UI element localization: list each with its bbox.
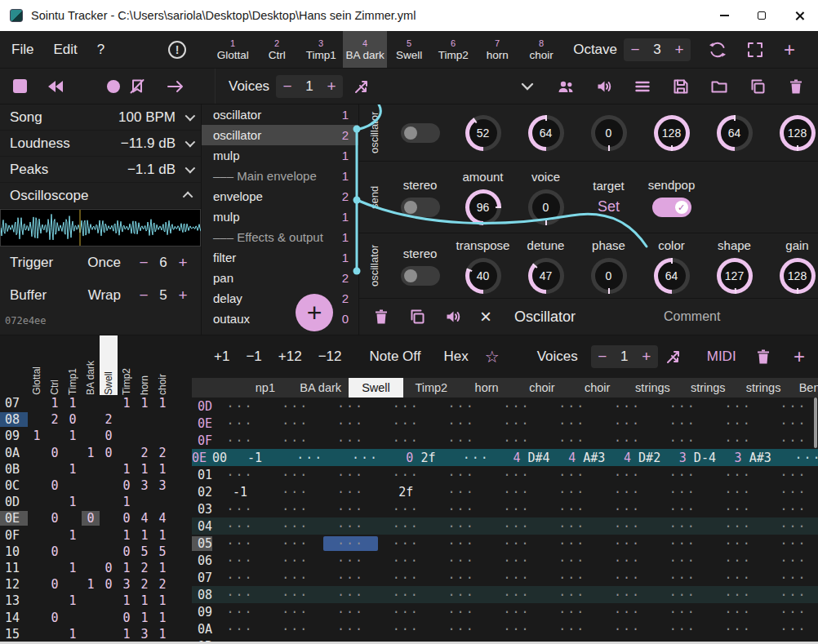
track-tab-timp2[interactable]: 6Timp2	[431, 31, 475, 68]
note-track-header-np1[interactable]: np1	[238, 381, 293, 394]
note-row-index[interactable]: 06	[192, 553, 212, 568]
order-row-index[interactable]: 0A	[0, 446, 28, 460]
note-cell[interactable]: ···	[710, 571, 766, 585]
flag-slash-icon[interactable]	[128, 78, 146, 95]
note-cell[interactable]: ···	[433, 399, 489, 414]
note-cell[interactable]: ···	[323, 468, 379, 482]
track-tab-glottal[interactable]: 1Glottal	[211, 31, 255, 68]
note-track-header-ba-dark[interactable]: BA dark	[293, 381, 349, 394]
toggle-param[interactable]	[401, 123, 440, 143]
note-row-index[interactable]: 0D	[192, 399, 212, 414]
unit-list-item[interactable]: ––– Main envelope1	[202, 166, 358, 186]
note-cell[interactable]: ···	[545, 553, 600, 568]
order-cell[interactable]: 2	[100, 412, 118, 427]
order-cell[interactable]: 0	[46, 577, 64, 592]
note-cell[interactable]: ···	[710, 622, 766, 637]
order-row-index[interactable]: 10	[0, 544, 28, 559]
order-cell[interactable]: 0	[118, 478, 136, 493]
note-cell[interactable]: ···	[710, 433, 766, 448]
order-cell[interactable]: 0	[100, 577, 118, 592]
note-cell[interactable]: ···	[766, 553, 818, 568]
note-cell[interactable]: ···	[212, 536, 268, 551]
note-cell[interactable]: ···	[268, 519, 323, 534]
note-cell[interactable]: ···	[545, 588, 600, 602]
note-cell[interactable]: ···	[766, 468, 818, 482]
octave-decrement-button[interactable]: −	[624, 41, 647, 59]
solo-unit-icon[interactable]	[444, 308, 462, 326]
note-cell[interactable]: 0 2f	[393, 451, 449, 465]
note-cell[interactable]: ···	[545, 485, 600, 500]
order-cell[interactable]: 1	[82, 577, 100, 592]
note-cell[interactable]: ···	[545, 536, 600, 551]
note-cell[interactable]: ···	[268, 416, 323, 431]
note-track-header-strings[interactable]: strings	[625, 381, 681, 394]
note-cell[interactable]: ···	[378, 553, 433, 568]
send-target-set-button[interactable]: Set	[598, 198, 620, 215]
unit-list-item[interactable]: oscillator1	[202, 104, 358, 125]
note-cell[interactable]: ···	[433, 588, 489, 602]
order-row-index[interactable]: 0C	[0, 478, 28, 493]
note-cell[interactable]: ···	[655, 519, 710, 534]
note-cell[interactable]: ···	[489, 468, 545, 482]
order-cell[interactable]: 2	[153, 577, 171, 592]
peaks-row[interactable]: Peaks −1.1 dB	[0, 157, 201, 183]
note-cell[interactable]: ···	[268, 468, 323, 482]
order-row-index[interactable]: 07	[0, 396, 28, 411]
order-header-swell[interactable]: Swell	[100, 335, 118, 395]
note-cell[interactable]: ···	[600, 502, 656, 517]
note-cell[interactable]: ···	[655, 553, 710, 568]
order-cell[interactable]: 1	[136, 396, 153, 411]
knob-param[interactable]: 0	[591, 115, 627, 151]
delete-unit-icon[interactable]	[372, 308, 390, 326]
close-unit-icon[interactable]: ×	[480, 307, 491, 326]
note-cell[interactable]: ···	[600, 536, 656, 551]
knob-param[interactable]: 64	[528, 115, 564, 151]
order-cell[interactable]: 1	[118, 528, 136, 543]
loop-icon[interactable]	[709, 41, 727, 59]
order-cell[interactable]: 4	[136, 511, 153, 526]
note-cell[interactable]: ···	[710, 416, 766, 431]
order-cell[interactable]: 0	[118, 544, 136, 559]
note-cell[interactable]: ···	[433, 519, 489, 534]
note-cell[interactable]: 4 D#4	[504, 451, 559, 465]
note-cell[interactable]: ···	[212, 399, 268, 414]
note-cell[interactable]: ···	[766, 605, 818, 620]
note-cell[interactable]: ···	[545, 519, 600, 534]
order-cell[interactable]: 2	[136, 446, 153, 460]
note-cell[interactable]: ···	[212, 433, 268, 448]
chevron-down-icon[interactable]	[518, 78, 536, 95]
knob-param[interactable]: 64	[717, 115, 753, 151]
order-cell[interactable]: 0	[82, 511, 100, 526]
note-cell[interactable]: ···	[323, 571, 379, 585]
note-cell[interactable]: ···	[378, 571, 433, 585]
order-header-horn[interactable]: horn	[136, 335, 153, 395]
order-cell[interactable]: 3	[136, 478, 153, 493]
knob-param[interactable]: 128	[780, 115, 816, 151]
note-cell[interactable]: ···	[212, 622, 268, 637]
order-cell[interactable]: 0	[100, 446, 118, 460]
unit-list-item[interactable]: outaux0	[202, 309, 358, 329]
order-cell[interactable]: 1	[118, 593, 136, 608]
order-row-index[interactable]: 12	[0, 577, 28, 592]
note-track-header-bentstr[interactable]: BentStr	[791, 381, 818, 394]
note-track-header-strings[interactable]: strings	[680, 381, 736, 394]
maximize-button[interactable]	[743, 0, 780, 31]
note-cell[interactable]: ···	[268, 536, 323, 551]
note-cell[interactable]: ···	[710, 399, 766, 414]
note-cell[interactable]: ···	[489, 502, 545, 517]
order-row-index[interactable]: 0F	[0, 528, 28, 543]
knob-gain[interactable]: 128	[780, 258, 816, 294]
note-cell[interactable]: ···	[766, 622, 818, 637]
note-cell[interactable]: ···	[268, 485, 323, 500]
note-cell[interactable]: ···	[489, 433, 545, 448]
note-cell[interactable]: ···	[338, 451, 393, 465]
order-row-index[interactable]: 14	[0, 611, 28, 625]
note-cell[interactable]: ···	[489, 571, 545, 585]
note-row-index[interactable]: 0A	[192, 622, 212, 637]
note-cell[interactable]: ···	[378, 416, 433, 431]
order-cell[interactable]: 1	[153, 611, 171, 625]
order-cell[interactable]: 1	[64, 528, 82, 543]
note-cell[interactable]: ···	[545, 605, 600, 620]
open-folder-icon[interactable]	[710, 78, 728, 95]
note-cell[interactable]: ···	[212, 468, 268, 482]
